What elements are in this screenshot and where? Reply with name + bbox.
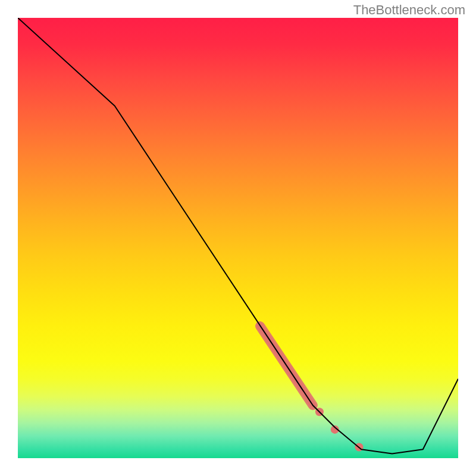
chart-area: [18, 18, 458, 458]
bottleneck-chart: [18, 18, 458, 458]
chart-background: [18, 18, 458, 458]
watermark-text: TheBottleneck.com: [353, 2, 465, 18]
